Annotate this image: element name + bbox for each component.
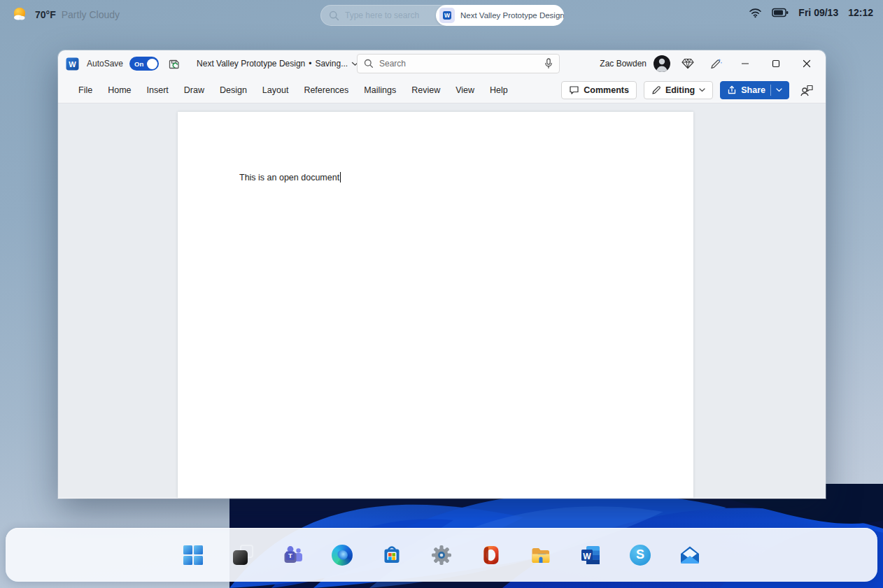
tab-design[interactable]: Design: [212, 80, 255, 100]
desktop-top-bar: 70°F Partly Cloudy W Next Valley Prototy…: [0, 0, 883, 31]
mail-icon: [679, 544, 701, 566]
taskbar: T: [6, 528, 877, 582]
user-name: Zac Bowden: [600, 59, 647, 69]
chevron-down-icon: [776, 88, 782, 92]
premium-gem-icon[interactable]: [677, 54, 698, 73]
svg-text:W: W: [583, 551, 591, 561]
tab-help[interactable]: Help: [482, 80, 516, 100]
file-explorer-icon: [530, 544, 552, 566]
task-view-button[interactable]: [231, 543, 255, 567]
teams-button[interactable]: T: [281, 543, 304, 567]
document-page[interactable]: This is an open document: [178, 112, 693, 498]
word-window: W AutoSave On Next Valley Prototype Desi…: [58, 50, 826, 499]
file-explorer-button[interactable]: [529, 543, 553, 567]
svg-text:W: W: [69, 59, 76, 68]
weather-widget[interactable]: 70°F Partly Cloudy: [11, 6, 120, 24]
weather-temp: 70°F: [35, 9, 56, 20]
skype-icon: S: [630, 545, 651, 566]
edge-button[interactable]: [330, 543, 354, 567]
wifi-icon: [749, 8, 762, 18]
word-search-input[interactable]: [379, 59, 539, 69]
tab-layout[interactable]: Layout: [255, 80, 297, 100]
close-button[interactable]: [795, 54, 819, 73]
editor-pen-sparkle-icon[interactable]: [705, 54, 726, 73]
document-text[interactable]: This is an open document: [239, 173, 339, 182]
mail-button[interactable]: [678, 543, 702, 567]
settings-gear-icon: [430, 544, 453, 566]
tab-home[interactable]: Home: [100, 80, 139, 100]
running-app-label: Next Valley Prototype Design: [460, 11, 564, 20]
task-view-icon: [232, 545, 253, 566]
edge-icon: [332, 545, 353, 566]
tab-insert[interactable]: Insert: [139, 80, 176, 100]
ribbon: File Home Insert Draw Design Layout Refe…: [58, 77, 826, 103]
autosave-toggle[interactable]: On: [129, 57, 159, 71]
maximize-button[interactable]: [764, 54, 788, 73]
comments-label: Comments: [584, 85, 629, 95]
share-button[interactable]: Share: [720, 81, 789, 99]
word-search-box[interactable]: [357, 54, 560, 73]
user-avatar[interactable]: [654, 55, 670, 72]
office-button[interactable]: [479, 543, 503, 567]
microphone-icon[interactable]: [544, 58, 553, 69]
tab-view[interactable]: View: [448, 80, 482, 100]
word-icon: W: [579, 544, 602, 566]
tab-review[interactable]: Review: [404, 80, 448, 100]
text-cursor: [340, 172, 341, 182]
running-app-pill[interactable]: W Next Valley Prototype Design: [436, 5, 564, 26]
share-icon: [727, 85, 737, 95]
save-sync-icon: [169, 58, 181, 70]
editing-mode-button[interactable]: Editing: [644, 81, 713, 99]
svg-text:T: T: [288, 552, 292, 559]
share-divider: [770, 85, 771, 96]
document-title-menu[interactable]: Next Valley Prototype Design • Saving...: [197, 59, 359, 69]
windows-logo-icon: [183, 545, 203, 565]
system-tray[interactable]: Fri 09/13 12:12: [749, 7, 873, 18]
clock-time: 12:12: [848, 7, 873, 18]
ribbon-tabs: File Home Insert Draw Design Layout Refe…: [71, 80, 516, 100]
desktop-search-field[interactable]: [320, 10, 436, 21]
store-icon: [381, 544, 403, 566]
comment-icon: [569, 85, 579, 95]
search-icon: [329, 10, 339, 21]
autosave-toggle-state: On: [134, 60, 143, 68]
word-taskbar-button[interactable]: W: [579, 543, 602, 567]
desktop-search-bar[interactable]: W Next Valley Prototype Design: [320, 5, 564, 26]
skype-button[interactable]: S: [628, 543, 652, 567]
teams-icon: T: [281, 544, 304, 566]
tab-references[interactable]: References: [296, 80, 356, 100]
save-button[interactable]: [165, 54, 183, 73]
clock-date: Fri 09/13: [798, 7, 838, 18]
desktop-search-input[interactable]: [345, 10, 436, 20]
document-title: Next Valley Prototype Design: [197, 59, 305, 69]
document-workspace: This is an open document: [58, 103, 826, 498]
battery-icon: [772, 8, 789, 17]
tab-file[interactable]: File: [71, 80, 100, 100]
weather-condition: Partly Cloudy: [62, 9, 120, 20]
word-logo-icon: W: [66, 57, 79, 71]
start-button[interactable]: [181, 543, 205, 567]
title-separator: •: [309, 59, 311, 69]
partly-cloudy-icon: [11, 6, 29, 24]
catch-up-comments-icon[interactable]: [796, 80, 817, 100]
saving-status: Saving...: [315, 59, 348, 69]
microsoft-store-button[interactable]: [380, 543, 404, 567]
svg-text:W: W: [444, 12, 451, 19]
word-app-icon: W: [439, 8, 455, 23]
comments-button[interactable]: Comments: [561, 81, 637, 99]
search-icon: [364, 59, 374, 69]
settings-button[interactable]: [430, 543, 453, 567]
minimize-button[interactable]: [733, 54, 757, 73]
tab-mailings[interactable]: Mailings: [356, 80, 404, 100]
pencil-icon: [651, 85, 661, 95]
titlebar[interactable]: W AutoSave On Next Valley Prototype Desi…: [58, 50, 826, 77]
share-label: Share: [741, 85, 765, 95]
office-icon: [480, 544, 502, 566]
editing-label: Editing: [665, 85, 695, 95]
chevron-down-icon: [699, 88, 705, 92]
autosave-label: AutoSave: [87, 59, 123, 69]
toggle-knob: [147, 59, 157, 69]
tab-draw[interactable]: Draw: [176, 80, 212, 100]
